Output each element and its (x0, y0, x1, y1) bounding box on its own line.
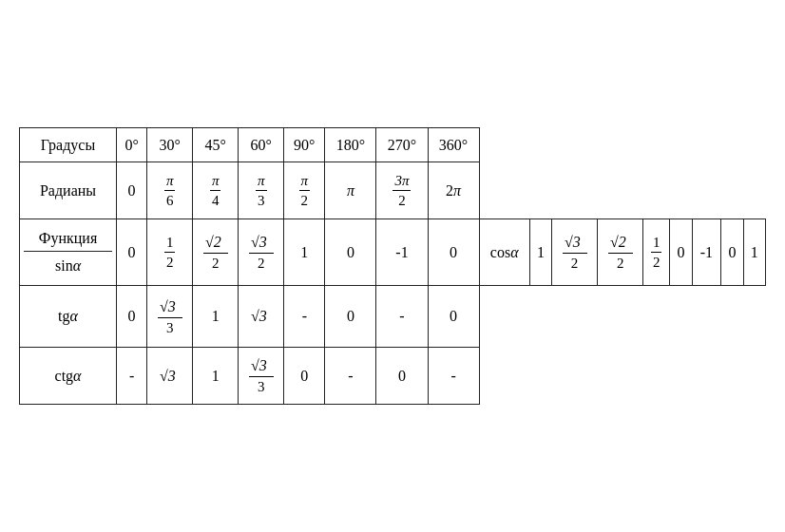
function-label: Функция (24, 230, 112, 252)
deg-30: 30° (147, 128, 193, 162)
cos-270: 0 (721, 219, 743, 286)
sin-180: 0 (325, 219, 376, 286)
tg-60: √3 (239, 286, 284, 348)
cos-180: -1 (692, 219, 721, 286)
rad-60: π 3 (239, 162, 284, 219)
frac-1-2-cos: 1 2 (651, 234, 662, 271)
sin-30: 1 2 (147, 219, 193, 286)
svg-text:√3: √3 (251, 357, 267, 373)
frac-pi-2: π 2 (299, 172, 311, 209)
deg-60: 60° (239, 128, 284, 162)
tg-30: √3 3 (147, 286, 193, 348)
sqrt2-icon-cos45: √2 (610, 233, 631, 252)
tg-45: 1 (193, 286, 239, 348)
rad-270: 3π 2 (376, 162, 428, 219)
deg-180: 180° (325, 128, 376, 162)
svg-text:√2: √2 (205, 234, 221, 250)
ctg-30: √3 (147, 348, 193, 405)
frac-sqrt2-2-cos: √2 2 (608, 233, 633, 273)
ctg-180: - (325, 348, 376, 405)
svg-text:√3: √3 (565, 234, 581, 250)
deg-90: 90° (284, 128, 325, 162)
trig-table: Градусы 0° 30° 45° 60° 90° 180° 270° 360… (19, 127, 766, 405)
frac-pi-3: π 3 (256, 172, 267, 209)
degrees-label: Градусы (20, 128, 117, 162)
svg-text:√3: √3 (251, 308, 267, 324)
tg-label: tgα (20, 286, 117, 348)
cos-60: 1 2 (643, 219, 670, 286)
sin-270: -1 (376, 219, 428, 286)
sqrt3-icon-sin60: √3 (251, 233, 272, 252)
svg-text:√3: √3 (160, 368, 176, 384)
ctg-row: ctgα - √3 1 √3 3 0 - 0 (20, 348, 766, 405)
sqrt3-icon-cos30: √3 (565, 233, 585, 252)
sqrt3-icon-ctg30: √3 (160, 367, 181, 386)
frac-sqrt3-3-ctg: √3 3 (249, 356, 274, 396)
tg-0: 0 (117, 286, 147, 348)
sin-60: √3 2 (239, 219, 284, 286)
tg-row: tgα 0 √3 3 1 √3 - 0 - (20, 286, 766, 348)
rad-45: π 4 (193, 162, 239, 219)
cos-360: 1 (743, 219, 765, 286)
cos-45: √2 2 (598, 219, 643, 286)
rad-0: 0 (117, 162, 147, 219)
svg-text:√3: √3 (160, 298, 176, 314)
frac-pi-6: π 6 (164, 172, 176, 209)
tg-270: - (376, 286, 428, 348)
sin-0: 0 (117, 219, 147, 286)
frac-sqrt3-2-cos: √3 2 (563, 233, 587, 273)
deg-270: 270° (376, 128, 428, 162)
main-table-container: Градусы 0° 30° 45° 60° 90° 180° 270° 360… (19, 127, 766, 405)
sin-label: sinα (24, 257, 112, 275)
frac-sqrt2-2-sin: √2 2 (203, 233, 228, 273)
svg-text:√3: √3 (251, 234, 267, 250)
ctg-270: 0 (376, 348, 428, 405)
svg-text:√2: √2 (610, 234, 626, 250)
rad-180: π (325, 162, 376, 219)
degrees-row: Градусы 0° 30° 45° 60° 90° 180° 270° 360… (20, 128, 766, 162)
frac-sqrt3-2-sin: √3 2 (249, 233, 274, 273)
rad-90: π 2 (284, 162, 325, 219)
sqrt2-icon: √2 (205, 233, 226, 252)
tg-360: 0 (428, 286, 479, 348)
ctg-45: 1 (193, 348, 239, 405)
sin-360: 0 (428, 219, 479, 286)
tg-180: 0 (325, 286, 376, 348)
cos-0: 1 (529, 219, 551, 286)
ctg-90: 0 (284, 348, 325, 405)
sqrt3-icon-tg60: √3 (251, 307, 272, 326)
frac-1-2: 1 2 (164, 234, 176, 271)
cos-90: 0 (670, 219, 692, 286)
ctg-360: - (428, 348, 479, 405)
sin-45: √2 2 (193, 219, 239, 286)
frac-pi-4: π 4 (210, 172, 221, 209)
ctg-label: ctgα (20, 348, 117, 405)
cos-30: √3 2 (552, 219, 598, 286)
frac-3pi-2: 3π 2 (392, 172, 411, 209)
radians-label: Радианы (20, 162, 117, 219)
ctg-0: - (117, 348, 147, 405)
tg-90: - (284, 286, 325, 348)
ctg-60: √3 3 (239, 348, 284, 405)
function-sin-label-cell: Функция sinα (20, 219, 117, 286)
frac-sqrt3-3-tg: √3 3 (158, 296, 182, 336)
deg-0: 0° (117, 128, 147, 162)
deg-45: 45° (193, 128, 239, 162)
sqrt3-icon-tg30: √3 (160, 297, 181, 316)
radians-row: Радианы 0 π 6 π 4 π 3 (20, 162, 766, 219)
sin-90: 1 (284, 219, 325, 286)
rad-30: π 6 (147, 162, 193, 219)
rad-360: 2π (428, 162, 479, 219)
cos-label: cosα (479, 219, 529, 286)
deg-360: 360° (428, 128, 479, 162)
sqrt3-icon-ctg60: √3 (251, 356, 272, 375)
